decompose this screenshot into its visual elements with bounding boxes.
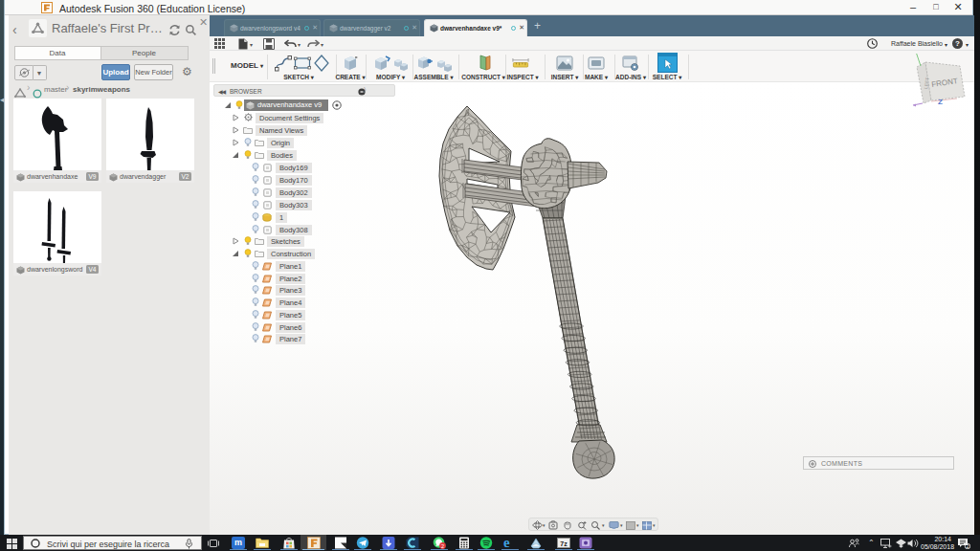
svg-text:2: 2 <box>966 543 969 549</box>
svg-text:Z: Z <box>938 98 943 106</box>
svg-text:2: 2 <box>441 542 444 548</box>
svg-text:7z: 7z <box>560 540 568 546</box>
